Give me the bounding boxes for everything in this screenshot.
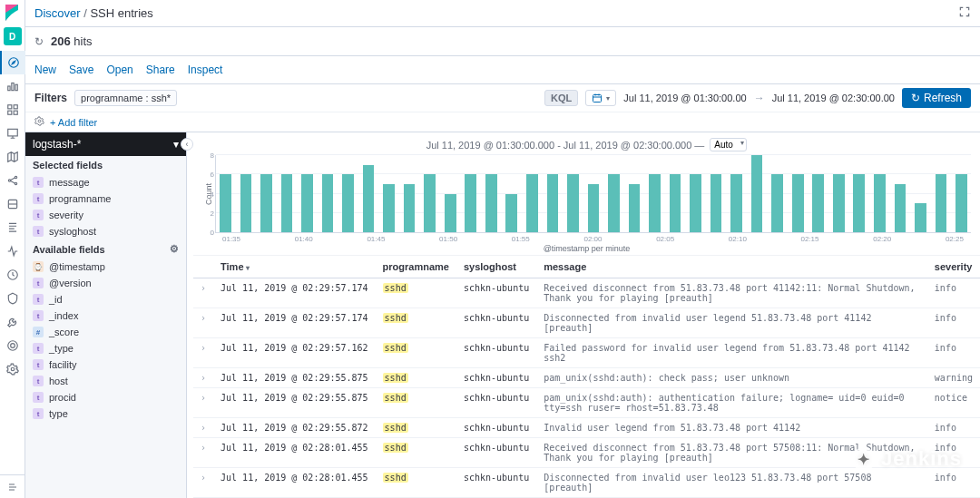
histogram-bar[interactable] — [281, 174, 293, 232]
nav-collapse-icon[interactable] — [0, 474, 25, 498]
date-to[interactable]: Jul 11, 2019 @ 02:30:00.00 — [772, 93, 895, 103]
refresh-button[interactable]: ↻Refresh — [902, 88, 971, 108]
field-item[interactable]: t_id — [25, 291, 186, 308]
histogram-bar[interactable] — [670, 174, 681, 232]
collapse-sidebar-icon[interactable]: ‹ — [181, 138, 193, 151]
expand-row-icon[interactable]: › — [193, 368, 213, 388]
table-row[interactable]: ›Jul 11, 2019 @ 02:29:55.875sshdschkn-ub… — [193, 368, 980, 388]
histogram-bar[interactable] — [342, 174, 354, 232]
histogram-bar[interactable] — [833, 174, 845, 232]
histogram-bar[interactable] — [895, 184, 906, 232]
histogram-bar[interactable] — [240, 174, 252, 232]
new-button[interactable]: New — [34, 63, 56, 76]
histogram-bar[interactable] — [363, 165, 375, 232]
save-button[interactable]: Save — [69, 63, 93, 76]
date-quick-icon[interactable]: ▾ — [585, 90, 616, 106]
histogram-bar[interactable] — [751, 155, 763, 232]
histogram-bar[interactable] — [649, 174, 661, 232]
expand-row-icon[interactable]: › — [193, 308, 213, 338]
filter-settings-icon[interactable] — [34, 116, 44, 128]
histogram-bar[interactable] — [505, 194, 517, 233]
expand-row-icon[interactable]: › — [193, 388, 213, 418]
nav-ml-icon[interactable] — [0, 169, 25, 192]
field-item[interactable]: ttype — [25, 405, 186, 422]
table-row[interactable]: ›Jul 11, 2019 @ 02:29:55.875sshdschkn-ub… — [193, 388, 980, 418]
field-item[interactable]: t_type — [25, 340, 186, 356]
field-settings-icon[interactable]: ⚙ — [170, 243, 179, 255]
histogram-bar[interactable] — [322, 174, 334, 232]
histogram-bar[interactable] — [465, 174, 476, 232]
reload-icon[interactable]: ↻ — [34, 35, 44, 48]
field-item[interactable]: tprocid — [25, 389, 186, 405]
nav-apm-icon[interactable] — [0, 239, 25, 263]
nav-siem-icon[interactable] — [0, 287, 25, 310]
table-row[interactable]: ›Jul 11, 2019 @ 02:29:57.162sshdschkn-ub… — [193, 338, 980, 368]
field-item[interactable]: thost — [25, 373, 186, 389]
fullscreen-icon[interactable] — [958, 5, 971, 21]
field-item[interactable]: t_index — [25, 308, 186, 324]
nav-devtools-icon[interactable] — [0, 310, 25, 334]
histogram-bar[interactable] — [771, 174, 783, 232]
histogram-bar[interactable] — [404, 184, 416, 232]
col-message[interactable]: message — [536, 256, 927, 278]
open-button[interactable]: Open — [106, 63, 132, 76]
nav-dashboard-icon[interactable] — [0, 98, 25, 122]
histogram-bar[interactable] — [956, 174, 967, 232]
field-item[interactable]: tsysloghost — [25, 223, 186, 239]
expand-row-icon[interactable]: › — [193, 418, 213, 438]
histogram-bar[interactable] — [547, 174, 559, 232]
field-item[interactable]: ⌚@timestamp — [25, 259, 186, 275]
expand-row-icon[interactable]: › — [193, 338, 213, 368]
histogram-chart[interactable]: 02468 — [215, 155, 971, 233]
nav-maps-icon[interactable] — [0, 145, 25, 169]
expand-row-icon[interactable]: › — [193, 278, 213, 308]
field-item[interactable]: tseverity — [25, 207, 186, 223]
expand-row-icon[interactable]: › — [193, 438, 213, 468]
results-table[interactable]: Time programname sysloghost message seve… — [193, 255, 980, 498]
nav-discover-icon[interactable] — [0, 51, 25, 74]
breadcrumb-app[interactable]: Discover — [34, 6, 81, 20]
histogram-bar[interactable] — [853, 174, 865, 232]
field-item[interactable]: t@version — [25, 275, 186, 291]
table-row[interactable]: ›Jul 11, 2019 @ 02:29:57.174sshdschkn-ub… — [193, 308, 980, 338]
date-from[interactable]: Jul 11, 2019 @ 01:30:00.00 — [623, 93, 746, 103]
expand-row-icon[interactable]: › — [193, 468, 213, 498]
histogram-bar[interactable] — [730, 174, 742, 232]
nav-infra-icon[interactable] — [0, 192, 25, 216]
share-button[interactable]: Share — [146, 63, 175, 76]
histogram-bar[interactable] — [588, 184, 600, 232]
histogram-bar[interactable] — [812, 174, 824, 232]
histogram-bar[interactable] — [608, 174, 620, 232]
nav-canvas-icon[interactable] — [0, 122, 25, 145]
nav-logs-icon[interactable] — [0, 216, 25, 239]
histogram-bar[interactable] — [792, 174, 804, 232]
histogram-bar[interactable] — [485, 174, 497, 232]
nav-visualize-icon[interactable] — [0, 74, 25, 98]
histogram-bar[interactable] — [874, 174, 886, 232]
histogram-bar[interactable] — [710, 174, 722, 232]
col-sysloghost[interactable]: sysloghost — [456, 256, 536, 278]
field-item[interactable]: tmessage — [25, 174, 186, 190]
table-row[interactable]: ›Jul 11, 2019 @ 02:28:01.455sshdschkn-ub… — [193, 438, 980, 468]
histogram-bar[interactable] — [567, 174, 579, 232]
query-pill[interactable]: programname : ssh* — [74, 90, 177, 106]
add-filter-button[interactable]: + Add filter — [50, 117, 97, 128]
index-pattern-selector[interactable]: logstash-*▾ — [25, 132, 186, 156]
histogram-bar[interactable] — [424, 174, 436, 232]
histogram-bar[interactable] — [445, 194, 456, 233]
field-item[interactable]: tfacility — [25, 356, 186, 373]
table-row[interactable]: ›Jul 11, 2019 @ 02:29:57.174sshdschkn-ub… — [193, 278, 980, 308]
histogram-bar[interactable] — [383, 184, 395, 232]
histogram-bar[interactable] — [220, 174, 231, 232]
histogram-bar[interactable] — [260, 174, 272, 232]
col-severity[interactable]: severity — [927, 256, 980, 278]
space-selector[interactable]: D — [4, 27, 22, 45]
interval-select[interactable]: Auto — [710, 138, 747, 151]
nav-uptime-icon[interactable] — [0, 263, 25, 287]
col-time[interactable]: Time — [213, 256, 376, 278]
histogram-bar[interactable] — [690, 174, 701, 232]
kql-toggle[interactable]: KQL — [544, 90, 578, 106]
field-item[interactable]: #_score — [25, 324, 186, 340]
histogram-bar[interactable] — [936, 174, 947, 232]
field-item[interactable]: tprogramname — [25, 190, 186, 207]
